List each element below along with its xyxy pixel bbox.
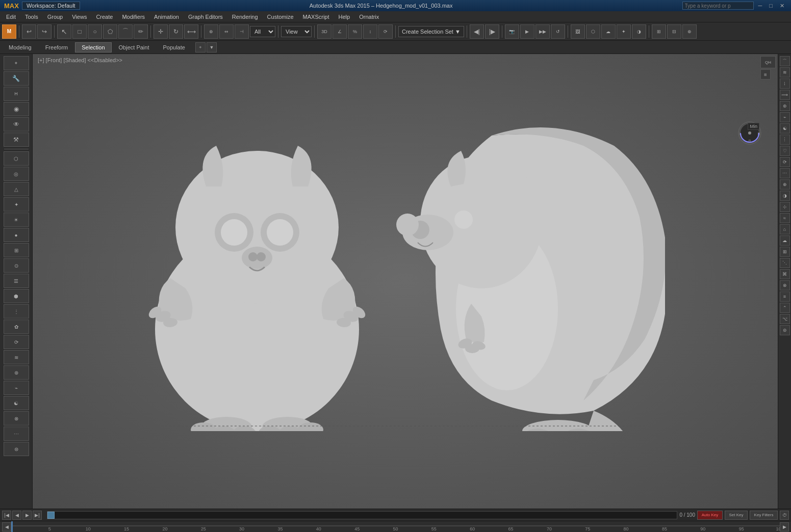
right-tool-22[interactable]: ≡ xyxy=(780,291,790,302)
sub-extra-btn[interactable]: + xyxy=(195,42,206,52)
right-tool-2[interactable]: ≋ xyxy=(780,67,790,77)
create-selection-dropdown-icon[interactable]: ▼ xyxy=(455,29,461,35)
menu-animation[interactable]: Animation xyxy=(150,13,183,21)
arc-rotate-btn[interactable]: ⟳ xyxy=(378,24,393,39)
tool-2[interactable]: ◎ xyxy=(4,167,29,181)
menu-views[interactable]: Views xyxy=(68,13,91,21)
material-editor-btn[interactable]: ⬡ xyxy=(586,24,600,39)
scale-btn[interactable]: ⟷ xyxy=(184,24,198,39)
tool-16[interactable]: ⌁ xyxy=(4,381,29,395)
qh-list-btn[interactable]: ≡ xyxy=(760,69,771,79)
select-region-lasso-btn[interactable]: ⌒ xyxy=(118,24,133,39)
extra-btn-2[interactable]: ⊟ xyxy=(667,24,681,39)
right-tool-18[interactable]: ⊞ xyxy=(780,247,790,257)
tool-9[interactable]: ☰ xyxy=(4,274,29,288)
snap-spinner-btn[interactable]: ↕ xyxy=(363,24,377,39)
set-key-btn[interactable]: Set Key xyxy=(725,511,748,520)
menu-group[interactable]: Group xyxy=(43,13,67,21)
menu-help[interactable]: Help xyxy=(335,13,354,21)
auto-key-btn[interactable]: Auto Key xyxy=(697,511,723,520)
prev-frame-btn[interactable]: ◀ xyxy=(12,511,21,520)
tool-6[interactable]: ● xyxy=(4,228,29,242)
play-btn[interactable]: ▶ xyxy=(22,511,32,520)
right-tool-1[interactable]: ⌒ xyxy=(780,56,790,66)
align-btn[interactable]: ⊣ xyxy=(235,24,249,39)
tab-selection[interactable]: Selection xyxy=(75,42,111,52)
scene-container[interactable]: X Y Z QH ≡ T B L R xyxy=(33,54,778,509)
extra-btn-3[interactable]: ⊕ xyxy=(682,24,697,39)
tool-8[interactable]: ⊙ xyxy=(4,258,29,273)
select-region-rect-btn[interactable]: □ xyxy=(72,24,87,39)
select-paint-btn[interactable]: ✏ xyxy=(134,24,148,39)
hierarchy-panel-btn[interactable]: H xyxy=(4,87,29,101)
motion-panel-btn[interactable]: ◉ xyxy=(4,102,29,116)
right-tool-23[interactable]: ⌃ xyxy=(780,303,790,313)
tool-11[interactable]: ⋮ xyxy=(4,304,29,318)
right-tool-25[interactable]: ⊜ xyxy=(780,325,790,335)
tool-14[interactable]: ≋ xyxy=(4,350,29,364)
right-tool-20[interactable]: ⌘ xyxy=(780,269,790,279)
render-activeshade-btn[interactable]: ◑ xyxy=(632,24,646,39)
tab-freeform[interactable]: Freeform xyxy=(39,42,75,52)
render-effects-btn[interactable]: ✦ xyxy=(617,24,631,39)
render-frame-btn[interactable]: ▶ xyxy=(520,24,534,39)
right-tool-19[interactable]: ⋱ xyxy=(780,258,790,268)
right-tool-7[interactable]: ☯ xyxy=(780,123,790,134)
right-tool-15[interactable]: ≈ xyxy=(780,213,790,223)
menu-edit[interactable]: Edit xyxy=(2,13,20,21)
menu-tools[interactable]: Tools xyxy=(21,13,42,21)
tool-1[interactable]: ⬡ xyxy=(4,151,29,166)
tool-3[interactable]: △ xyxy=(4,182,29,196)
next-frame-bar-btn[interactable]: ▶ xyxy=(780,522,789,531)
create-selection-btn[interactable]: Create Selection Set ▼ xyxy=(398,26,464,37)
menu-customize[interactable]: Customize xyxy=(263,13,298,21)
next-key-btn[interactable]: |▶ xyxy=(485,24,499,39)
right-tool-5[interactable]: ⊛ xyxy=(780,101,790,111)
go-first-btn[interactable]: |◀ xyxy=(2,511,11,520)
tab-populate[interactable]: Populate xyxy=(156,42,191,52)
use-pivot-btn[interactable]: ⊕ xyxy=(204,24,218,39)
menu-create[interactable]: Create xyxy=(92,13,117,21)
select-move-btn[interactable]: ✛ xyxy=(154,24,168,39)
snap-percent-btn[interactable]: % xyxy=(348,24,362,39)
view-dropdown[interactable]: View Screen World Parent Local Gimbal Gr… xyxy=(281,26,312,37)
extra-btn-1[interactable]: ⊞ xyxy=(652,24,666,39)
tool-5[interactable]: ☀ xyxy=(4,212,29,227)
timeline-track[interactable] xyxy=(47,511,677,519)
right-tool-13[interactable]: ◑ xyxy=(780,191,790,201)
tool-19[interactable]: ⋯ xyxy=(4,427,29,441)
tool-4[interactable]: ✦ xyxy=(4,197,29,211)
next-frame-btn[interactable]: ▶| xyxy=(33,511,42,520)
keyword-search[interactable] xyxy=(682,2,754,10)
key-filters-btn[interactable]: Key Filters xyxy=(750,511,778,520)
close-btn[interactable]: ✕ xyxy=(777,2,787,10)
right-tool-6[interactable]: ⌁ xyxy=(780,112,790,122)
right-tool-3[interactable]: ⫶ xyxy=(780,78,790,89)
tool-7[interactable]: ⊞ xyxy=(4,243,29,257)
right-tool-16[interactable]: ⌂ xyxy=(780,224,790,234)
workspace-dropdown[interactable]: Workspace: Default xyxy=(22,2,80,10)
tool-17[interactable]: ☯ xyxy=(4,396,29,410)
right-tool-14[interactable]: ⊹ xyxy=(780,202,790,212)
menu-graph-editors[interactable]: Graph Editors xyxy=(184,13,227,21)
app-icon-btn[interactable]: M xyxy=(2,24,16,39)
right-tool-4[interactable]: ⟿ xyxy=(780,90,790,100)
filter-dropdown[interactable]: All Geometry Shapes Lights Cameras xyxy=(250,26,275,37)
snap-3d-btn[interactable]: 3D xyxy=(317,24,331,39)
select-region-fence-btn[interactable]: ⬠ xyxy=(103,24,117,39)
timeline-thumb[interactable] xyxy=(47,512,55,519)
mirror-btn[interactable]: ⇔ xyxy=(219,24,234,39)
open-render-btn[interactable]: 🖼 xyxy=(571,24,585,39)
render-iter-btn[interactable]: ↺ xyxy=(551,24,565,39)
time-config-btn[interactable]: ⏱ xyxy=(780,511,789,520)
tool-12[interactable]: ✿ xyxy=(4,320,29,334)
right-tool-8[interactable]: ⋮ xyxy=(780,135,790,145)
snap-angle-btn[interactable]: ∠ xyxy=(333,24,347,39)
display-panel-btn[interactable]: 👁 xyxy=(4,117,29,131)
tool-10[interactable]: ⬢ xyxy=(4,289,29,303)
right-tool-9[interactable]: ♡ xyxy=(780,146,790,156)
minimize-btn[interactable]: ─ xyxy=(756,2,765,10)
maximize-btn[interactable]: □ xyxy=(767,2,775,10)
render-prod-btn[interactable]: ▶▶ xyxy=(535,24,550,39)
modify-panel-btn[interactable]: 🔧 xyxy=(4,71,29,86)
